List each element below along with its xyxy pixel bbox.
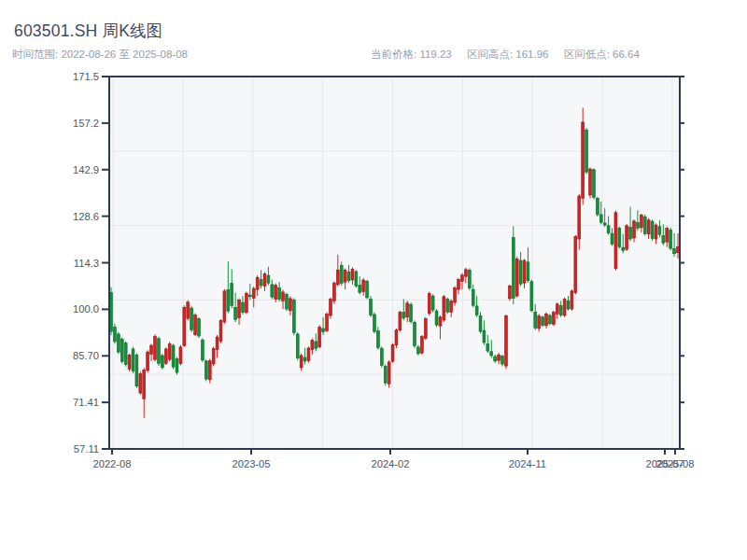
candle-body xyxy=(643,217,646,233)
candle-body xyxy=(242,302,245,312)
candle-body xyxy=(574,237,577,293)
x-tick-label: 2024-02 xyxy=(371,458,409,469)
candle-body xyxy=(410,304,413,321)
candlestick-chart: 171.5157.2142.9128.6114.3100.085.7071.41… xyxy=(0,0,747,560)
candle-body xyxy=(640,216,642,228)
candle-body xyxy=(120,339,123,361)
candle-body xyxy=(252,288,255,298)
x-tick-label: 2022-08 xyxy=(92,458,131,469)
candle-body xyxy=(201,340,204,360)
candle-body xyxy=(658,227,661,234)
candle-body xyxy=(143,370,146,399)
candle-body xyxy=(431,296,434,310)
candle-body xyxy=(504,315,507,366)
candle-body xyxy=(187,302,190,318)
candle-body xyxy=(208,361,211,380)
candle-body xyxy=(629,227,632,239)
candle-body xyxy=(355,272,358,286)
candle-body xyxy=(347,272,350,280)
candle-body xyxy=(527,262,529,281)
candle-body xyxy=(164,349,167,363)
candle-body xyxy=(374,315,376,331)
candle-body xyxy=(464,270,467,276)
candle-body xyxy=(443,297,445,320)
candle-body xyxy=(651,221,654,238)
candle-body xyxy=(223,291,226,322)
candle-body xyxy=(303,357,306,361)
candle-body xyxy=(376,330,379,347)
candle-body xyxy=(340,266,343,284)
candle-body xyxy=(614,213,617,269)
y-tick-label: 100.0 xyxy=(73,303,99,315)
candle-body xyxy=(286,294,289,309)
candle-body xyxy=(582,122,585,199)
candle-body xyxy=(300,356,303,368)
candle-body xyxy=(132,349,134,371)
candle-body xyxy=(311,341,314,350)
candle-body xyxy=(139,373,142,393)
candle-body xyxy=(486,343,489,351)
candle-body xyxy=(622,247,625,250)
candle-body xyxy=(322,329,325,331)
candle-body xyxy=(380,348,383,365)
y-tick-label: 114.3 xyxy=(74,258,99,269)
candle-body xyxy=(542,317,544,326)
candle-body xyxy=(508,286,511,299)
candle-body xyxy=(216,337,218,350)
candle-body xyxy=(626,226,628,249)
plot-background xyxy=(109,77,680,449)
candle-body xyxy=(124,343,127,365)
candle-body xyxy=(344,271,346,283)
candle-body xyxy=(263,273,266,286)
candle-body xyxy=(406,303,409,317)
candle-body xyxy=(391,344,394,361)
candle-body xyxy=(563,300,566,315)
candle-body xyxy=(633,221,636,238)
candle-body xyxy=(519,260,522,284)
candle-body xyxy=(351,269,354,280)
candle-body xyxy=(212,348,215,364)
candle-body xyxy=(559,306,562,315)
candle-body xyxy=(483,330,486,343)
candle-body xyxy=(332,283,335,301)
candle-body xyxy=(450,301,453,313)
candle-body xyxy=(256,277,259,289)
candle-body xyxy=(599,215,602,222)
candle-body xyxy=(662,236,665,244)
candle-body xyxy=(472,289,474,305)
candle-body xyxy=(545,314,548,326)
candle-body xyxy=(402,313,405,318)
candle-body xyxy=(618,229,621,247)
candle-body xyxy=(161,356,163,368)
candle-body xyxy=(204,361,207,379)
y-tick-label: 71.41 xyxy=(73,397,99,408)
candle-body xyxy=(571,291,573,309)
candle-body xyxy=(552,313,555,325)
candle-body xyxy=(530,282,533,311)
candle-body xyxy=(647,220,650,234)
candle-body xyxy=(219,321,222,342)
candle-body xyxy=(234,307,237,319)
candle-body xyxy=(359,286,361,293)
candle-body xyxy=(479,315,482,331)
candle-body xyxy=(611,233,613,244)
y-tick-label: 142.9 xyxy=(73,164,99,175)
candle-body xyxy=(424,319,427,339)
candle-body xyxy=(673,249,676,254)
candle-body xyxy=(275,286,277,300)
candle-body xyxy=(458,280,460,289)
y-tick-label: 157.2 xyxy=(73,118,99,129)
candle-body xyxy=(370,300,373,315)
candle-body xyxy=(267,275,270,283)
candle-body xyxy=(669,230,672,248)
candle-body xyxy=(417,347,420,354)
candle-body xyxy=(194,315,197,335)
candle-body xyxy=(454,287,457,302)
candle-body xyxy=(512,238,514,299)
candle-body xyxy=(157,339,160,364)
candle-body xyxy=(289,299,291,311)
candle-body xyxy=(666,229,669,243)
candle-body xyxy=(515,259,518,296)
candle-body xyxy=(190,308,193,329)
candle-body xyxy=(428,294,430,314)
